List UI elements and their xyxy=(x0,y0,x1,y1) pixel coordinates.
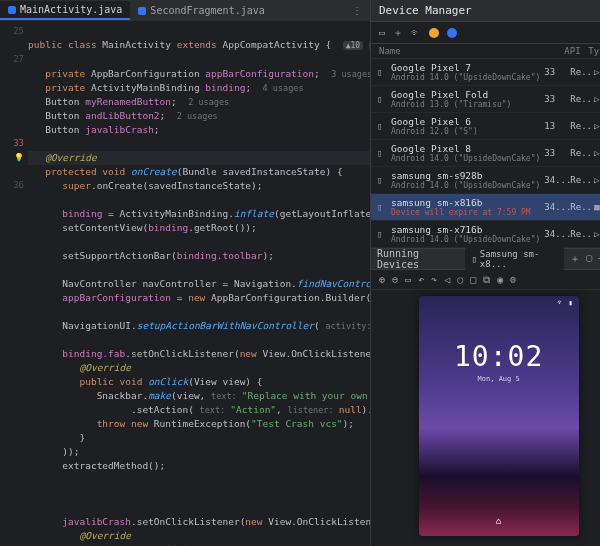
code-editor[interactable]: public class MainActivity extends AppCom… xyxy=(28,22,370,546)
rotate-right-icon[interactable]: ↷ xyxy=(431,274,437,285)
java-file-icon xyxy=(8,6,16,14)
code-line: binding = ActivityMainBinding.inflate(ge… xyxy=(62,208,370,219)
device-row[interactable]: ▯ samsung sm-x716bAndroid 14.0 ("UpsideD… xyxy=(371,221,600,248)
run-device-icon[interactable]: ▷ xyxy=(594,175,600,185)
device-row[interactable]: ▯ Google Pixel 6Android 12.0 ("S") 13 Re… xyxy=(371,113,600,140)
code-line: binding.fab.setOnClickListener(new View.… xyxy=(62,348,370,359)
code-line: setContentView(binding.getRoot()); xyxy=(62,222,256,233)
code-line: .setAction( text: "Action", listener: nu… xyxy=(131,404,370,415)
zoom-fit-icon[interactable]: ▭ xyxy=(405,274,411,285)
wifi-icon[interactable]: ᯤ xyxy=(411,27,421,38)
device-icon: ▯ xyxy=(377,121,387,131)
record-icon[interactable]: ◉ xyxy=(497,274,503,285)
run-device-icon[interactable]: ▷ xyxy=(594,148,600,158)
zoom-in-icon[interactable]: ⊕ xyxy=(379,274,385,285)
tab-label: MainActivity.java xyxy=(20,4,122,15)
intention-bulb-icon xyxy=(0,150,24,164)
overview-icon[interactable]: □ xyxy=(470,274,476,285)
device-row-selected[interactable]: ▯ samsung sm-x816bDevice will expire at … xyxy=(371,194,600,221)
lockscreen-date: Mon, Aug 5 xyxy=(478,375,520,383)
device-list-header: Name API Type xyxy=(371,44,600,59)
code-line: setSupportActionBar(binding.toolbar); xyxy=(62,250,274,261)
emulator-toolbar: ⊕ ⊖ ▭ ↶ ↷ ◁ ○ □ ⧉ ◉ ⚙ xyxy=(371,270,600,290)
code-line: public void onClick(View view) { xyxy=(79,376,262,387)
device-row[interactable]: ▯ samsung sm-s928bAndroid 14.0 ("UpsideD… xyxy=(371,167,600,194)
settings-icon[interactable]: ⚙ xyxy=(510,274,516,285)
lock-icon: ⌂ xyxy=(496,516,501,526)
run-device-icon[interactable]: ▷ xyxy=(594,94,600,104)
device-icon: ▯ xyxy=(377,202,387,212)
running-devices-header: Running Devices ▯ Samsung sm-x8... ＋ ▢ —… xyxy=(371,248,600,270)
col-type[interactable]: Type xyxy=(588,46,600,56)
col-api[interactable]: API xyxy=(564,46,588,56)
code-line: NavigationUI.setupActionBarWithNavContro… xyxy=(62,320,370,331)
code-area: 2527 33 36 public class MainActivity ext… xyxy=(0,22,370,546)
tab-label: SecondFragment.java xyxy=(150,5,264,16)
device-row[interactable]: ▯ Google Pixel 7Android 14.0 ("UpsideDow… xyxy=(371,59,600,86)
code-line: private ActivityMainBinding binding; 4 u… xyxy=(45,82,303,93)
phone-icon[interactable]: ▭ xyxy=(379,27,385,38)
stop-device-icon[interactable]: ■ xyxy=(594,202,600,212)
run-device-icon[interactable]: ▷ xyxy=(594,229,600,239)
code-line: Snackbar.make(view, text: "Replace with … xyxy=(97,390,370,401)
run-device-icon[interactable]: ▷ xyxy=(594,67,600,77)
code-line: javalibCrash.setOnClickListener(new View… xyxy=(62,516,370,527)
breakpoint-marker: 33 xyxy=(0,136,24,150)
current-line: @Override xyxy=(28,151,370,165)
code-line: NavController navController = Navigation… xyxy=(62,278,370,289)
running-devices-title: Running Devices xyxy=(377,248,459,270)
code-line: Button andLibButton2; 2 usages xyxy=(45,110,218,121)
device-icon: ▯ xyxy=(377,148,387,158)
lockscreen-clock: 10:02 xyxy=(454,340,543,373)
device-statusbar: ᯤ ▮ xyxy=(419,296,579,310)
tab-mainactivity[interactable]: MainActivity.java xyxy=(0,1,130,20)
code-line: super.onCreate(savedInstanceState); xyxy=(62,180,262,191)
studio-labs-icon[interactable] xyxy=(447,28,457,38)
add-device-icon[interactable]: ＋ xyxy=(570,252,580,266)
device-row[interactable]: ▯ Google Pixel FoldAndroid 13.0 ("Tirami… xyxy=(371,86,600,113)
firebase-icon[interactable] xyxy=(429,28,439,38)
device-manager-toolbar: ▭ ＋ ᯤ ⋮ xyxy=(371,22,600,44)
inspection-inlay[interactable]: ▲10 xyxy=(343,41,363,50)
add-device-icon[interactable]: ＋ xyxy=(393,26,403,40)
right-pane: Device Manager ▭ ＋ ᯤ ⋮ Name API Type ▯ G… xyxy=(370,0,600,546)
home-icon[interactable]: ○ xyxy=(457,274,463,285)
gutter[interactable]: 2527 33 36 xyxy=(0,22,28,546)
rotate-left-icon[interactable]: ↶ xyxy=(418,274,424,285)
code-line: Button myRenamedButton; 2 usages xyxy=(45,96,229,107)
editor-tabs: MainActivity.java SecondFragment.java ⋮ xyxy=(0,0,370,22)
col-name[interactable]: Name xyxy=(379,46,564,56)
device-row[interactable]: ▯ Google Pixel 8Android 14.0 ("UpsideDow… xyxy=(371,140,600,167)
device-list: ▯ Google Pixel 7Android 14.0 ("UpsideDow… xyxy=(371,59,600,248)
device-icon: ▯ xyxy=(471,254,476,264)
code-line: private AppBarConfiguration appBarConfig… xyxy=(45,68,370,79)
run-device-icon[interactable]: ▷ xyxy=(594,121,600,131)
back-icon[interactable]: ◁ xyxy=(444,274,450,285)
code-line: Button javalibCrash; xyxy=(45,124,159,135)
device-manager-header: Device Manager xyxy=(371,0,600,22)
screenshot-icon[interactable]: ⧉ xyxy=(483,274,490,286)
device-icon: ▯ xyxy=(377,175,387,185)
zoom-out-icon[interactable]: ⊖ xyxy=(392,274,398,285)
device-icon: ▯ xyxy=(377,94,387,104)
running-device-tab[interactable]: ▯ Samsung sm-x8... xyxy=(465,247,564,271)
code-line: throw new RuntimeException("Test Crash v… xyxy=(97,418,354,429)
device-frame: ᯤ ▮ 10:02 Mon, Aug 5 ⌂ xyxy=(371,290,600,546)
java-file-icon xyxy=(138,7,146,15)
code-line: protected void onCreate(Bundle savedInst… xyxy=(45,166,342,177)
tabs-overflow-menu[interactable]: ⋮ xyxy=(344,5,370,16)
device-icon: ▯ xyxy=(377,229,387,239)
panel-title: Device Manager xyxy=(379,4,472,17)
code-line: appBarConfiguration = new AppBarConfigur… xyxy=(62,292,370,303)
new-window-icon[interactable]: ▢ xyxy=(586,252,592,266)
tab-secondfragment[interactable]: SecondFragment.java xyxy=(130,2,272,19)
code-line: public class MainActivity extends AppCom… xyxy=(28,39,370,50)
device-icon: ▯ xyxy=(377,67,387,77)
editor-pane: MainActivity.java SecondFragment.java ⋮ … xyxy=(0,0,370,546)
device-screen[interactable]: ᯤ ▮ 10:02 Mon, Aug 5 ⌂ xyxy=(419,296,579,536)
